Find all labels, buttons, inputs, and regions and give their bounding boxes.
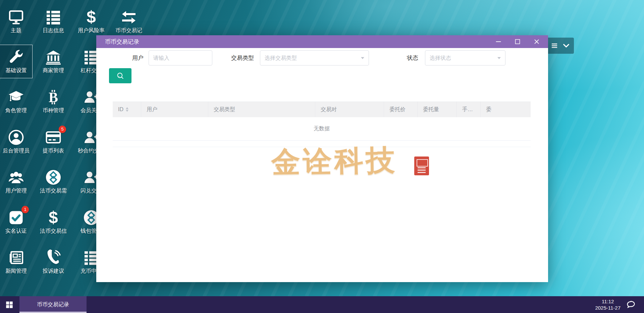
wrench-icon — [8, 49, 24, 65]
desktop-tile-10[interactable]: 后台管理员 — [0, 125, 32, 158]
desktop-tile-8[interactable]: B币种管理 — [37, 85, 69, 118]
table-column-header-0[interactable]: ID — [113, 102, 141, 117]
svg-text:B: B — [49, 90, 58, 105]
person-circle-icon — [8, 129, 24, 145]
desktop-tile-3[interactable]: 币币交易记 — [113, 5, 145, 38]
column-label: 交易类型 — [214, 106, 235, 113]
taskbar-task-label: 币币交易记录 — [37, 301, 69, 308]
list-icon — [45, 9, 61, 25]
tile-label: 新闻管理 — [5, 268, 27, 275]
modal-titlebar[interactable]: 币币交易记录 — [96, 35, 548, 48]
graduation-cap-icon — [8, 89, 24, 105]
diamond-link-icon — [45, 169, 61, 185]
brand-watermark: 金诠科技 — [244, 143, 425, 182]
desktop-tile-7[interactable]: 角色管理 — [0, 85, 32, 118]
tile-label: 用户管理 — [5, 187, 27, 194]
clock-time: 11:12 — [595, 298, 621, 305]
desktop-tile-14[interactable]: 法币交易需 — [37, 165, 69, 198]
exchange-icon — [121, 9, 137, 25]
svg-text:$: $ — [87, 9, 96, 25]
tile-label: 日志信息 — [43, 27, 64, 34]
desktop-tile-16[interactable]: 实名认证1 — [0, 206, 32, 238]
close-button[interactable] — [527, 35, 546, 48]
tile-label: 后台管理员 — [3, 147, 30, 154]
desktop-tile-13[interactable]: 用户管理 — [0, 165, 32, 198]
bitcoin-icon: B — [45, 89, 61, 105]
sort-carets-icon[interactable] — [126, 107, 128, 112]
monitor-icon — [8, 9, 24, 25]
news-icon — [8, 250, 24, 266]
records-table: ID用户交易类型交易对委托价委托量手…委 无数据 — [113, 101, 531, 141]
column-label: 委托价 — [389, 106, 406, 113]
taskbar-task-active[interactable]: 币币交易记录 — [19, 296, 87, 313]
desktop-tile-2[interactable]: $用户风险率 — [75, 5, 107, 38]
table-empty-row: 无数据 — [113, 117, 531, 140]
window-controls — [489, 35, 546, 48]
tile-label: 角色管理 — [5, 107, 27, 114]
table-column-header-3: 交易对 — [315, 102, 384, 117]
start-button[interactable] — [0, 296, 19, 313]
table-column-header-5: 委托量 — [418, 102, 457, 117]
svg-text:$: $ — [49, 210, 58, 226]
desktop-tile-17[interactable]: $法币交易信 — [37, 206, 69, 238]
caret-down-icon — [497, 57, 501, 59]
trade-type-label: 交易类型 — [224, 50, 254, 65]
user-input[interactable] — [149, 50, 212, 65]
clock-date: 2025-11-27 — [595, 305, 621, 311]
user-field-label: 用户 — [107, 50, 144, 65]
status-label: 状态 — [388, 50, 418, 65]
tile-label: 法币交易信 — [40, 228, 67, 235]
quick-menu[interactable] — [546, 38, 574, 54]
desktop-tile-11[interactable]: 提币列表5 — [37, 125, 69, 158]
caret-down-icon — [361, 57, 364, 59]
tile-label: 币币交易记 — [115, 27, 142, 34]
search-button[interactable] — [109, 68, 131, 83]
watermark-text: 金诠科技 — [271, 142, 398, 180]
tile-label: 实名认证 — [5, 228, 27, 235]
chat-bubble-icon[interactable] — [626, 300, 636, 310]
status-select[interactable]: 选择状态 — [425, 50, 505, 65]
phone-icon — [45, 250, 61, 266]
taskbar: 币币交易记录 11:12 2025-11-27 — [0, 296, 644, 313]
desktop-tile-19[interactable]: 新闻管理 — [0, 245, 32, 278]
table-column-header-2: 交易类型 — [208, 102, 315, 117]
status-placeholder: 选择状态 — [430, 51, 451, 65]
desktop-tile-20[interactable]: 投诉建议 — [37, 245, 69, 278]
check-square-icon — [8, 210, 24, 226]
desktop-tile-4[interactable]: 基础设置 — [0, 45, 33, 78]
taskbar-clock[interactable]: 11:12 2025-11-27 — [595, 298, 621, 311]
column-label: 委托量 — [423, 106, 439, 113]
desktop-tile-1[interactable]: 日志信息 — [37, 5, 69, 38]
trade-type-select[interactable]: 选择交易类型 — [260, 50, 369, 65]
column-label: 交易对 — [321, 106, 337, 113]
modal-title: 币币交易记录 — [105, 38, 139, 46]
people-icon — [8, 169, 24, 185]
empty-text: 无数据 — [314, 125, 330, 132]
hamburger-icon[interactable] — [551, 42, 558, 49]
column-label: 委 — [486, 106, 491, 113]
tile-label: 基础设置 — [5, 67, 27, 74]
column-label: 手… — [462, 106, 473, 113]
taskbar-tray: 11:12 2025-11-27 — [595, 296, 644, 313]
table-column-header-6: 手… — [457, 102, 481, 117]
notification-badge: 5 — [59, 126, 66, 133]
desktop: 主题日志信息$用户风险率币币交易记基础设置商家管理杠杆交易角色管理B币种管理会员… — [0, 0, 644, 313]
column-label: ID — [118, 106, 123, 113]
maximize-button[interactable] — [508, 35, 527, 48]
tile-label: 币种管理 — [43, 107, 64, 114]
table-header-row: ID用户交易类型交易对委托价委托量手…委 — [113, 101, 531, 117]
tile-label: 提币列表 — [43, 147, 64, 154]
minimize-button[interactable] — [489, 35, 508, 48]
bank-icon — [45, 49, 61, 65]
table-column-header-1: 用户 — [141, 102, 208, 117]
tile-label: 投诉建议 — [43, 268, 64, 275]
modal-body: 用户 交易类型 选择交易类型 状态 选择状态 ID用户交易类型交易对委托价委托量… — [96, 48, 548, 282]
table-column-header-4: 委托价 — [384, 102, 418, 117]
tile-label: 法币交易需 — [40, 187, 67, 194]
desktop-tile-0[interactable]: 主题 — [0, 5, 32, 38]
chevron-down-icon[interactable] — [562, 42, 570, 49]
desktop-tile-5[interactable]: 商家管理 — [37, 45, 69, 78]
card-icon — [45, 129, 61, 145]
tile-label: 主题 — [11, 27, 21, 34]
search-icon — [116, 72, 125, 80]
